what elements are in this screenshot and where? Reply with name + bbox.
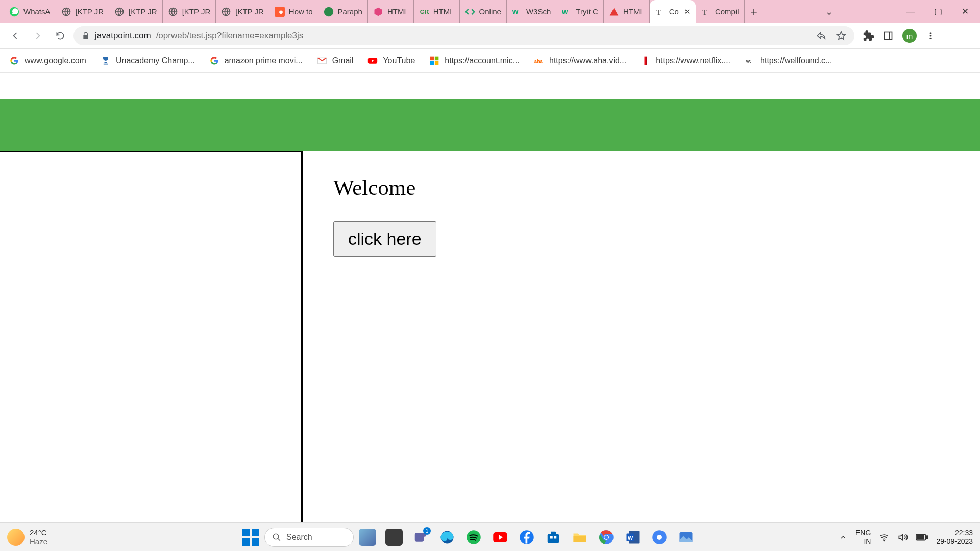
tab[interactable]: TCo✕ bbox=[650, 0, 696, 23]
maximize-icon[interactable]: ▢ bbox=[934, 6, 942, 17]
svg-point-17 bbox=[930, 38, 932, 39]
tab[interactable]: Online bbox=[460, 0, 507, 23]
output-pane: Welcome click here bbox=[312, 151, 980, 522]
tab[interactable]: HTML bbox=[604, 0, 650, 23]
kebab-menu-icon[interactable] bbox=[926, 31, 935, 40]
bookmark-item[interactable]: YouTube bbox=[368, 56, 415, 66]
minimize-icon[interactable]: — bbox=[906, 7, 915, 17]
tab[interactable]: How to bbox=[270, 0, 318, 23]
tab[interactable]: TCompil bbox=[696, 0, 745, 23]
bookmark-item[interactable]: amazon prime movi... bbox=[209, 56, 303, 66]
tray-volume-icon[interactable] bbox=[897, 532, 908, 542]
tray-chevron-icon[interactable] bbox=[839, 533, 847, 541]
tab[interactable]: [KTP JR bbox=[216, 0, 270, 23]
tray-language[interactable]: ENG IN bbox=[855, 529, 871, 546]
bookmark-label: https://wellfound.c... bbox=[760, 56, 832, 65]
omnibox[interactable]: javatpoint.com/oprweb/test.jsp?filename=… bbox=[74, 26, 854, 45]
bookmark-label: https://www.netflix.... bbox=[656, 56, 730, 65]
lock-icon bbox=[82, 32, 90, 40]
tab-title: [KTP JR bbox=[129, 7, 157, 16]
svg-line-29 bbox=[278, 538, 280, 541]
url-path: /oprweb/test.jsp?filename=example3js bbox=[156, 31, 304, 41]
extensions-icon[interactable] bbox=[863, 30, 874, 41]
start-button[interactable] bbox=[242, 529, 259, 546]
forward-button[interactable] bbox=[29, 27, 47, 45]
tab[interactable]: HTML bbox=[368, 0, 414, 23]
page-green-header bbox=[0, 99, 980, 151]
tab-title: Co bbox=[669, 7, 679, 16]
avatar[interactable]: m bbox=[902, 29, 917, 43]
tab-title: WhatsA bbox=[23, 7, 51, 16]
click-here-button[interactable]: click here bbox=[333, 221, 436, 257]
bookmark-item[interactable]: ahahttps://www.aha.vid... bbox=[534, 56, 626, 66]
bookmark-item[interactable]: https://account.mic... bbox=[429, 56, 520, 66]
taskbar-store-icon[interactable] bbox=[545, 529, 562, 546]
close-tab-icon[interactable]: ✕ bbox=[684, 7, 691, 16]
taskbar-chrome-icon[interactable] bbox=[598, 529, 615, 546]
bookmark-item[interactable]: Unacademy Champ... bbox=[101, 56, 195, 66]
tab-favicon: T bbox=[701, 7, 711, 17]
editor-pane[interactable] bbox=[0, 151, 303, 522]
taskbar-search-placeholder: Search bbox=[286, 533, 312, 542]
share-icon[interactable] bbox=[816, 31, 826, 41]
taskbar-word-icon[interactable]: W bbox=[624, 529, 642, 546]
tab-dropdown-icon[interactable]: ⌄ bbox=[825, 0, 833, 23]
close-window-icon[interactable]: ✕ bbox=[962, 6, 969, 17]
bookmark-item[interactable]: www.google.com bbox=[9, 56, 86, 66]
taskbar-explorer-icon[interactable] bbox=[571, 529, 589, 546]
taskbar-facebook-icon[interactable] bbox=[518, 529, 535, 546]
tab-title: HTML bbox=[387, 7, 408, 16]
svg-rect-22 bbox=[430, 61, 434, 65]
weather-widget[interactable]: 24°C Haze bbox=[7, 528, 109, 546]
tab-title: W3Sch bbox=[526, 7, 551, 16]
url-domain: javatpoint.com bbox=[95, 31, 151, 41]
svg-text:W: W bbox=[628, 535, 633, 541]
taskbar-edge-icon[interactable] bbox=[438, 529, 456, 546]
taskbar-copilot-icon[interactable] bbox=[359, 529, 376, 546]
reload-button[interactable] bbox=[51, 27, 69, 45]
svg-rect-23 bbox=[435, 61, 439, 65]
bookmark-star-icon[interactable] bbox=[836, 31, 846, 41]
svg-point-7 bbox=[324, 7, 333, 16]
svg-point-28 bbox=[273, 534, 279, 539]
taskbar-teams-icon[interactable]: 1 bbox=[412, 529, 429, 546]
tab[interactable]: Paraph bbox=[318, 0, 368, 23]
taskbar-taskview-icon[interactable] bbox=[385, 529, 403, 546]
svg-point-16 bbox=[930, 35, 932, 37]
taskbar-spotify-icon[interactable] bbox=[465, 529, 482, 546]
svg-rect-30 bbox=[415, 533, 424, 542]
tab[interactable]: WW3Sch bbox=[507, 0, 556, 23]
tray-wifi-icon[interactable] bbox=[879, 532, 889, 542]
weather-icon bbox=[7, 529, 24, 546]
taskbar-photos-icon[interactable] bbox=[677, 529, 695, 546]
taskbar-chrome2-icon[interactable] bbox=[651, 529, 668, 546]
tab[interactable]: GfGHTML bbox=[414, 0, 460, 23]
tray-clock[interactable]: 22:33 29-09-2023 bbox=[936, 529, 973, 546]
tray-battery-icon[interactable] bbox=[916, 533, 928, 541]
bookmark-label: amazon prime movi... bbox=[225, 56, 303, 65]
tab-favicon bbox=[9, 7, 19, 17]
tab-favicon bbox=[61, 7, 71, 17]
back-button[interactable] bbox=[6, 27, 24, 45]
tab[interactable]: [KTP JR bbox=[109, 0, 163, 23]
tab-favicon bbox=[609, 7, 619, 17]
bookmark-label: YouTube bbox=[383, 56, 415, 65]
sidepanel-icon[interactable] bbox=[883, 31, 893, 41]
taskbar-search[interactable]: Search bbox=[264, 528, 354, 547]
page-heading: Welcome bbox=[333, 175, 959, 200]
tab[interactable]: [KTP JR bbox=[56, 0, 110, 23]
bookmark-item[interactable]: Gmail bbox=[317, 56, 354, 66]
taskbar-youtube-icon[interactable] bbox=[492, 529, 509, 546]
svg-rect-40 bbox=[574, 536, 586, 542]
tab[interactable]: WhatsA bbox=[4, 0, 56, 23]
bookmark-item[interactable]: w:https://wellfound.c... bbox=[745, 56, 832, 66]
svg-point-6 bbox=[279, 10, 283, 14]
new-tab-button[interactable]: ＋ bbox=[745, 0, 763, 23]
tab-favicon bbox=[114, 7, 125, 17]
tab-favicon: W bbox=[561, 7, 572, 17]
tab[interactable]: [KTP JR bbox=[163, 0, 216, 23]
svg-rect-25 bbox=[645, 57, 646, 65]
svg-rect-21 bbox=[435, 57, 439, 61]
bookmark-item[interactable]: https://www.netflix.... bbox=[641, 56, 730, 66]
tab[interactable]: WTryit C bbox=[556, 0, 604, 23]
